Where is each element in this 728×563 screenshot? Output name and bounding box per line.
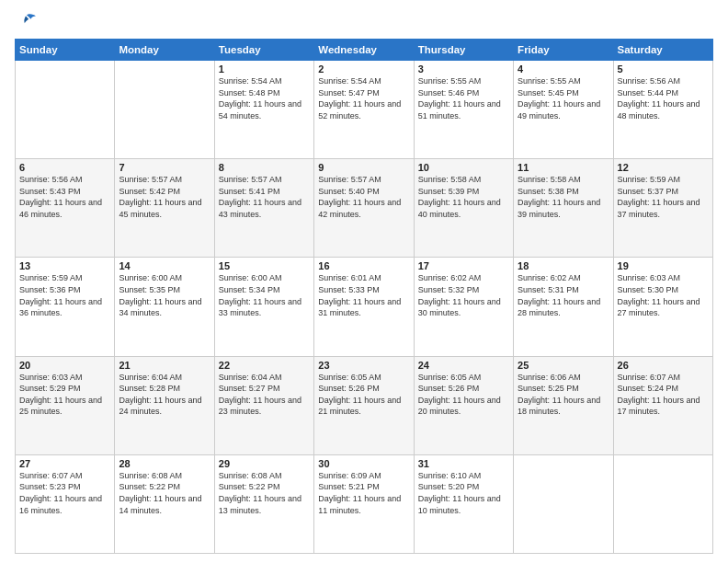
calendar-cell: 19Sunrise: 6:03 AM Sunset: 5:30 PM Dayli… bbox=[613, 258, 712, 356]
day-number: 17 bbox=[418, 260, 509, 271]
logo bbox=[15, 11, 39, 31]
day-info: Sunrise: 6:05 AM Sunset: 5:26 PM Dayligh… bbox=[318, 372, 409, 418]
calendar-cell bbox=[115, 61, 214, 159]
day-info: Sunrise: 6:01 AM Sunset: 5:33 PM Dayligh… bbox=[318, 272, 409, 318]
calendar-cell: 14Sunrise: 6:00 AM Sunset: 5:35 PM Dayli… bbox=[115, 258, 214, 356]
day-number: 16 bbox=[318, 260, 409, 271]
day-number: 25 bbox=[518, 360, 609, 371]
calendar-cell: 15Sunrise: 6:00 AM Sunset: 5:34 PM Dayli… bbox=[214, 258, 313, 356]
calendar-cell: 22Sunrise: 6:04 AM Sunset: 5:27 PM Dayli… bbox=[214, 356, 313, 454]
calendar-cell: 8Sunrise: 5:57 AM Sunset: 5:41 PM Daylig… bbox=[214, 159, 313, 258]
day-info: Sunrise: 6:02 AM Sunset: 5:32 PM Dayligh… bbox=[418, 272, 509, 318]
day-number: 9 bbox=[318, 162, 409, 173]
day-info: Sunrise: 6:04 AM Sunset: 5:28 PM Dayligh… bbox=[119, 372, 210, 418]
calendar-cell: 27Sunrise: 6:07 AM Sunset: 5:23 PM Dayli… bbox=[16, 454, 115, 553]
day-info: Sunrise: 6:10 AM Sunset: 5:20 PM Dayligh… bbox=[418, 470, 509, 516]
calendar-cell: 20Sunrise: 6:03 AM Sunset: 5:29 PM Dayli… bbox=[16, 356, 115, 454]
header bbox=[15, 11, 713, 31]
calendar-cell: 30Sunrise: 6:09 AM Sunset: 5:21 PM Dayli… bbox=[314, 454, 414, 553]
weekday-header-sunday: Sunday bbox=[16, 40, 115, 61]
day-number: 27 bbox=[19, 458, 110, 469]
calendar-week-row: 20Sunrise: 6:03 AM Sunset: 5:29 PM Dayli… bbox=[16, 356, 713, 454]
calendar-cell: 1Sunrise: 5:54 AM Sunset: 5:48 PM Daylig… bbox=[214, 61, 313, 159]
day-number: 29 bbox=[219, 458, 310, 469]
logo-bird-icon bbox=[17, 11, 37, 31]
day-info: Sunrise: 6:09 AM Sunset: 5:21 PM Dayligh… bbox=[318, 470, 409, 516]
day-number: 28 bbox=[119, 458, 210, 469]
calendar-table: SundayMondayTuesdayWednesdayThursdayFrid… bbox=[15, 39, 713, 554]
day-info: Sunrise: 5:57 AM Sunset: 5:40 PM Dayligh… bbox=[318, 174, 409, 220]
calendar-week-row: 27Sunrise: 6:07 AM Sunset: 5:23 PM Dayli… bbox=[16, 454, 713, 553]
calendar-cell bbox=[613, 454, 712, 553]
calendar-header-row: SundayMondayTuesdayWednesdayThursdayFrid… bbox=[16, 40, 713, 61]
day-info: Sunrise: 6:08 AM Sunset: 5:22 PM Dayligh… bbox=[219, 470, 310, 516]
calendar-cell: 12Sunrise: 5:59 AM Sunset: 5:37 PM Dayli… bbox=[613, 159, 712, 258]
calendar-cell: 23Sunrise: 6:05 AM Sunset: 5:26 PM Dayli… bbox=[314, 356, 414, 454]
day-number: 21 bbox=[119, 360, 210, 371]
day-info: Sunrise: 6:03 AM Sunset: 5:29 PM Dayligh… bbox=[19, 372, 110, 418]
calendar-cell: 28Sunrise: 6:08 AM Sunset: 5:22 PM Dayli… bbox=[115, 454, 214, 553]
weekday-header-saturday: Saturday bbox=[613, 40, 712, 61]
day-info: Sunrise: 5:57 AM Sunset: 5:42 PM Dayligh… bbox=[119, 174, 210, 220]
day-info: Sunrise: 6:00 AM Sunset: 5:35 PM Dayligh… bbox=[119, 272, 210, 318]
calendar-cell: 4Sunrise: 5:55 AM Sunset: 5:45 PM Daylig… bbox=[514, 61, 613, 159]
calendar-cell: 16Sunrise: 6:01 AM Sunset: 5:33 PM Dayli… bbox=[314, 258, 414, 356]
day-number: 26 bbox=[618, 360, 709, 371]
page: SundayMondayTuesdayWednesdayThursdayFrid… bbox=[0, 0, 728, 563]
weekday-header-tuesday: Tuesday bbox=[214, 40, 313, 61]
day-number: 11 bbox=[518, 162, 609, 173]
calendar-week-row: 1Sunrise: 5:54 AM Sunset: 5:48 PM Daylig… bbox=[16, 61, 713, 159]
calendar-cell: 25Sunrise: 6:06 AM Sunset: 5:25 PM Dayli… bbox=[514, 356, 613, 454]
day-info: Sunrise: 5:59 AM Sunset: 5:37 PM Dayligh… bbox=[618, 174, 709, 220]
day-info: Sunrise: 5:56 AM Sunset: 5:43 PM Dayligh… bbox=[19, 174, 110, 220]
day-info: Sunrise: 5:54 AM Sunset: 5:47 PM Dayligh… bbox=[318, 75, 409, 121]
day-number: 13 bbox=[19, 260, 110, 271]
day-number: 2 bbox=[318, 63, 409, 75]
day-number: 22 bbox=[219, 360, 310, 371]
day-info: Sunrise: 5:55 AM Sunset: 5:46 PM Dayligh… bbox=[418, 75, 509, 121]
day-info: Sunrise: 6:03 AM Sunset: 5:30 PM Dayligh… bbox=[618, 272, 709, 318]
day-number: 3 bbox=[418, 63, 509, 75]
calendar-cell: 6Sunrise: 5:56 AM Sunset: 5:43 PM Daylig… bbox=[16, 159, 115, 258]
weekday-header-wednesday: Wednesday bbox=[314, 40, 414, 61]
day-number: 18 bbox=[518, 260, 609, 271]
day-number: 7 bbox=[119, 162, 210, 173]
calendar-cell: 17Sunrise: 6:02 AM Sunset: 5:32 PM Dayli… bbox=[414, 258, 513, 356]
calendar-cell: 21Sunrise: 6:04 AM Sunset: 5:28 PM Dayli… bbox=[115, 356, 214, 454]
day-info: Sunrise: 5:56 AM Sunset: 5:44 PM Dayligh… bbox=[618, 75, 709, 121]
day-number: 30 bbox=[318, 458, 409, 469]
day-number: 24 bbox=[418, 360, 509, 371]
day-number: 31 bbox=[418, 458, 509, 469]
calendar-cell bbox=[16, 61, 115, 159]
calendar-cell: 24Sunrise: 6:05 AM Sunset: 5:26 PM Dayli… bbox=[414, 356, 513, 454]
weekday-header-monday: Monday bbox=[115, 40, 214, 61]
day-number: 12 bbox=[618, 162, 709, 173]
calendar-cell: 2Sunrise: 5:54 AM Sunset: 5:47 PM Daylig… bbox=[314, 61, 414, 159]
day-number: 4 bbox=[518, 63, 609, 75]
calendar-cell: 10Sunrise: 5:58 AM Sunset: 5:39 PM Dayli… bbox=[414, 159, 513, 258]
day-number: 6 bbox=[19, 162, 110, 173]
calendar-cell bbox=[514, 454, 613, 553]
calendar-cell: 29Sunrise: 6:08 AM Sunset: 5:22 PM Dayli… bbox=[214, 454, 313, 553]
calendar-cell: 7Sunrise: 5:57 AM Sunset: 5:42 PM Daylig… bbox=[115, 159, 214, 258]
day-info: Sunrise: 6:07 AM Sunset: 5:23 PM Dayligh… bbox=[19, 470, 110, 516]
day-info: Sunrise: 6:02 AM Sunset: 5:31 PM Dayligh… bbox=[518, 272, 609, 318]
day-info: Sunrise: 6:07 AM Sunset: 5:24 PM Dayligh… bbox=[618, 372, 709, 418]
calendar-cell: 31Sunrise: 6:10 AM Sunset: 5:20 PM Dayli… bbox=[414, 454, 513, 553]
day-number: 1 bbox=[219, 63, 310, 75]
day-info: Sunrise: 6:05 AM Sunset: 5:26 PM Dayligh… bbox=[418, 372, 509, 418]
calendar-cell: 5Sunrise: 5:56 AM Sunset: 5:44 PM Daylig… bbox=[613, 61, 712, 159]
day-number: 19 bbox=[618, 260, 709, 271]
calendar-cell: 26Sunrise: 6:07 AM Sunset: 5:24 PM Dayli… bbox=[613, 356, 712, 454]
calendar-cell: 9Sunrise: 5:57 AM Sunset: 5:40 PM Daylig… bbox=[314, 159, 414, 258]
day-number: 5 bbox=[618, 63, 709, 75]
calendar-week-row: 6Sunrise: 5:56 AM Sunset: 5:43 PM Daylig… bbox=[16, 159, 713, 258]
day-info: Sunrise: 5:59 AM Sunset: 5:36 PM Dayligh… bbox=[19, 272, 110, 318]
day-number: 20 bbox=[19, 360, 110, 371]
calendar-cell: 18Sunrise: 6:02 AM Sunset: 5:31 PM Dayli… bbox=[514, 258, 613, 356]
weekday-header-thursday: Thursday bbox=[414, 40, 513, 61]
day-info: Sunrise: 6:08 AM Sunset: 5:22 PM Dayligh… bbox=[119, 470, 210, 516]
day-number: 10 bbox=[418, 162, 509, 173]
day-info: Sunrise: 6:06 AM Sunset: 5:25 PM Dayligh… bbox=[518, 372, 609, 418]
calendar-cell: 13Sunrise: 5:59 AM Sunset: 5:36 PM Dayli… bbox=[16, 258, 115, 356]
